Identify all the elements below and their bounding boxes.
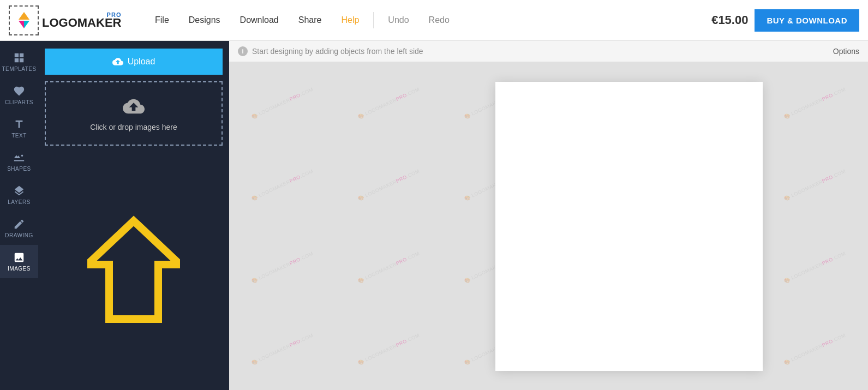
price-display: €15.00 [711,13,748,27]
nav-links: File Designs Download Share Help Undo Re… [145,0,711,41]
cliparts-label: CLIPARTS [5,99,33,105]
shapes-icon [13,152,25,164]
nav-right: €15.00 BUY & DOWNLOAD [711,9,859,32]
shapes-label: SHAPES [7,166,31,172]
images-label: IMAGES [8,266,31,272]
canvas-workspace: 🎨 LOGOMAKERPRO.COM 🎨 LOGOMAKERPRO.COM 🎨 … [229,62,868,390]
templates-icon [13,52,25,64]
images-panel: Upload Click or drop images here [38,41,229,390]
nav-divider [373,12,374,28]
layers-icon [13,185,25,197]
text-label: TEXT [11,133,27,139]
logo-icon [9,5,39,35]
canvas-info-bar: i Start designing by adding objects from… [229,41,868,62]
arrow-area [45,152,223,382]
upload-button[interactable]: Upload [45,49,223,75]
info-icon: i [238,46,248,56]
logo-area: PRO LOGOLOGOMAKERMAKER [9,5,129,35]
svg-marker-0 [87,221,180,319]
drop-cloud-icon [123,95,145,117]
drawing-label: DRAWING [5,232,33,238]
sidebar-item-shapes[interactable]: SHAPES [0,145,38,178]
upload-arrow-icon [87,215,180,325]
canvas-info-text: Start designing by adding objects from t… [252,47,423,56]
images-icon [13,251,25,263]
sidebar-item-layers[interactable]: LAYERS [0,178,38,212]
sidebar-item-drawing[interactable]: DRAWING [0,212,38,245]
sidebar-item-templates[interactable]: TEMPLATES [0,45,38,79]
drawing-icon [13,218,25,230]
sidebar-item-images[interactable]: IMAGES [0,245,38,278]
nav-undo[interactable]: Undo [378,0,418,41]
logo-text: PRO LOGOLOGOMAKERMAKER [42,12,121,29]
layers-label: LAYERS [8,199,31,205]
design-canvas [495,82,763,371]
nav-download[interactable]: Download [230,0,289,41]
nav-file[interactable]: File [145,0,179,41]
upload-cloud-icon [112,56,123,67]
nav-share[interactable]: Share [289,0,332,41]
nav-redo[interactable]: Redo [419,0,459,41]
buy-download-button[interactable]: BUY & DOWNLOAD [755,9,859,32]
options-button[interactable]: Options [833,47,859,56]
sidebar-item-cliparts[interactable]: CLIPARTS [0,79,38,112]
nav-designs[interactable]: Designs [179,0,230,41]
top-navigation: PRO LOGOLOGOMAKERMAKER File Designs Down… [0,0,868,41]
drop-zone-text: Click or drop images here [90,123,177,131]
nav-help[interactable]: Help [331,0,369,41]
canvas-area: i Start designing by adding objects from… [229,41,868,390]
sidebar-icons: TEMPLATES CLIPARTS TEXT SHAPES [0,41,38,390]
app-name: LOGOLOGOMAKERMAKER [42,17,121,29]
text-icon [13,118,25,130]
main-layout: TEMPLATES CLIPARTS TEXT SHAPES [0,41,868,390]
sidebar-item-text[interactable]: TEXT [0,112,38,145]
cliparts-icon [13,85,25,97]
drop-zone[interactable]: Click or drop images here [45,81,223,146]
templates-label: TEMPLATES [2,66,36,72]
